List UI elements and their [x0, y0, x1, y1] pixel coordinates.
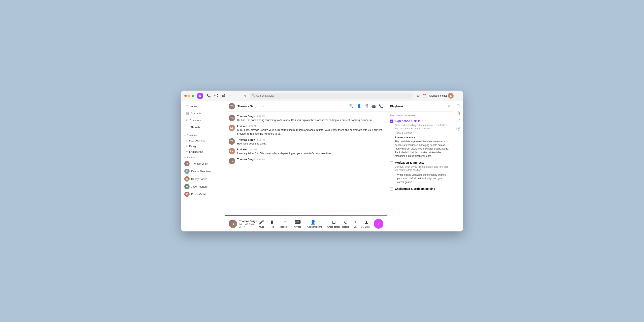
playbook-item-desc: Gain understanding of the candidates com… — [395, 124, 450, 130]
record-button[interactable]: ⊙ Record — [342, 220, 349, 228]
message-header: Lori Yee 4:54 PM — [237, 148, 384, 151]
search-messages-button[interactable]: 🔍 — [349, 104, 354, 108]
channels-icon: # — [186, 118, 188, 122]
message-content: Thomas Singh 4:54 PM Hi, Lori. I'm consi… — [237, 115, 384, 122]
traffic-lights — [184, 94, 194, 97]
recent-label: Jason Horton — [191, 185, 207, 188]
caller-number: (907) 555-0101 — [239, 222, 257, 225]
available-label: Available to chat — [429, 94, 447, 97]
settings-icon[interactable]: ⚙ — [416, 94, 420, 98]
checkbox-row: Challenges & problem solving — [390, 187, 450, 190]
refresh-button[interactable]: ↺ — [243, 94, 247, 98]
playbook-checkbox[interactable]: ✓ — [390, 120, 393, 123]
phone-call-button[interactable]: 📞 — [379, 104, 384, 108]
sidebar: ☰ Inbox ▤ Contacts # Channels ☷ Threads … — [181, 101, 226, 232]
vm-drop-button[interactable]: ↓▲ VM Drop — [361, 220, 370, 228]
minimize-button[interactable] — [188, 94, 190, 97]
status-dot — [188, 165, 190, 166]
playbook-item-title: Challenges & problem solving — [395, 187, 435, 190]
video-icon[interactable]: 📹 — [220, 94, 226, 98]
image-button[interactable]: 🖼 — [364, 104, 368, 108]
channel-design[interactable]: # Design — [181, 143, 225, 149]
panel-icon-1[interactable]: ⊡ — [457, 104, 460, 108]
sidebar-item-threads[interactable]: ☷ Threads — [183, 124, 224, 130]
add-person-button[interactable]: 👤 — [357, 104, 361, 108]
available-chat-status: Available to chat L — [429, 93, 454, 98]
panel-icon-2[interactable]: 📋 — [456, 111, 460, 116]
status-dot — [188, 172, 190, 174]
video-call-button[interactable]: 📹 — [371, 104, 376, 108]
recent-section-header[interactable]: ▾ Recent — [181, 154, 225, 160]
recent-kristin-carlel[interactable]: KC Kristin Carlel — [181, 190, 225, 198]
contact-name: Thomas Singh ▾ ☆ — [238, 104, 264, 108]
recent-jason-horton[interactable]: JH Jason Horton — [181, 183, 225, 190]
recent-thomas-singh[interactable]: TS Thomas Singh — [181, 160, 225, 168]
playbook-checkbox[interactable] — [390, 161, 393, 164]
recruitment-label: Recruitment screening — [390, 114, 416, 117]
channels-section-label: Channels — [187, 134, 198, 137]
mute-button[interactable]: 🎤 Mute — [259, 220, 264, 228]
more-options-icon[interactable]: ⋮ — [456, 94, 460, 98]
playbook-checkbox[interactable] — [390, 187, 393, 190]
panel-icon-4[interactable]: 🕐 — [456, 126, 460, 131]
caller-details: Thomas Singh (907) 555-0101 0:13 — [239, 220, 257, 228]
forward-button[interactable]: → — [236, 94, 241, 98]
favorite-star-icon[interactable]: ☆ — [262, 105, 264, 108]
channel-new-business[interactable]: # new-business — [181, 138, 225, 143]
sidebar-item-channels[interactable]: # Channels — [183, 117, 224, 124]
ai-on-button[interactable]: ✦ On — [354, 220, 357, 228]
recent-label: Kristin Carlel — [191, 193, 206, 196]
message-header: Lori Yee 4:54 PM — [237, 124, 384, 128]
message-sender: Lori Yee — [237, 148, 247, 151]
playbook-item-motivation: Motivation & interests Discover what dri… — [390, 161, 450, 184]
message-text: It usually takes 3 to 5 business days, d… — [237, 151, 384, 155]
online-status-dot — [452, 97, 454, 98]
signal-bar — [241, 226, 241, 228]
message-group: TS Thomas Singh 4:54 PM — [228, 158, 384, 164]
message-sender: Thomas Singh — [237, 115, 255, 118]
checkbox-row: Motivation & interests — [390, 161, 450, 164]
nav-controls: 📞 💬 📹 — [206, 94, 226, 98]
sidebar-label-inbox: Inbox — [190, 105, 197, 108]
message-text: Sure! First, provide us with your curren… — [237, 128, 384, 136]
avatar: DC — [184, 176, 190, 182]
threads-icon: ☷ — [186, 126, 188, 129]
channels-section-header[interactable]: ▾ Channels — [181, 132, 225, 138]
keypad-button[interactable]: ⌨ Keypad — [294, 220, 301, 228]
title-bar-right: ⚙ 📅 Available to chat L ⋮ — [416, 93, 460, 98]
sidebar-item-inbox[interactable]: ☰ Inbox — [183, 103, 224, 110]
playbook-close-button[interactable]: ✕ — [448, 104, 450, 108]
playbook-content: Recruitment screening ⌃ ✓ Experience & s… — [387, 112, 453, 232]
calendar-icon[interactable]: 📅 — [422, 94, 427, 98]
close-button[interactable] — [184, 94, 187, 97]
vm-drop-icon: ↓▲ — [362, 220, 369, 225]
share-screen-button[interactable]: ⊞ Share screen — [328, 220, 340, 228]
title-bar: N 📞 💬 📹 ← → ↺ 🔍 ⚙ 📅 Available to chat L — [181, 90, 463, 101]
end-call-button[interactable]: ↕ — [374, 219, 384, 228]
vm-drop-label: VM Drop — [361, 226, 370, 228]
recent-label: Danny Cortes — [191, 178, 207, 180]
maximize-button[interactable] — [192, 94, 194, 97]
recent-kendal-needham[interactable]: KN Kendal Needham — [181, 168, 225, 175]
channel-engineering[interactable]: # Engineering — [181, 149, 225, 154]
recent-section-label: Recent — [187, 156, 195, 159]
hold-button[interactable]: ⏸ Hold — [270, 220, 274, 228]
playbook-item-experience: ✓ Experience & skills ✦ Gain understandi… — [390, 119, 450, 158]
signal-bars — [239, 226, 241, 228]
avatar: TS — [228, 138, 235, 145]
search-input[interactable] — [250, 93, 412, 99]
chat-icon[interactable]: 💬 — [213, 94, 219, 98]
caller-avatar: TS — [228, 220, 237, 228]
call-bar: TS Thomas Singh (907) 555-0101 0:13 — [226, 215, 386, 232]
add-participant-button[interactable]: 👤+ Add participant — [307, 220, 322, 228]
back-button[interactable]: ← — [228, 94, 234, 98]
sidebar-item-contacts[interactable]: ▤ Contacts — [183, 110, 224, 117]
show-questions-link[interactable]: Show questions — [395, 132, 450, 134]
recent-danny-cortes[interactable]: DC Danny Cortes — [181, 175, 225, 183]
message-group: LY Lori Yee 4:54 PM Sure! First, provide… — [228, 124, 384, 136]
panel-icon-3[interactable]: 📄 — [456, 119, 460, 123]
add-person-icon: 👤+ — [310, 220, 318, 225]
transfer-button[interactable]: ↗ Transfer — [280, 220, 288, 228]
channel-label: new-business — [189, 139, 205, 142]
phone-icon[interactable]: 📞 — [206, 94, 212, 98]
